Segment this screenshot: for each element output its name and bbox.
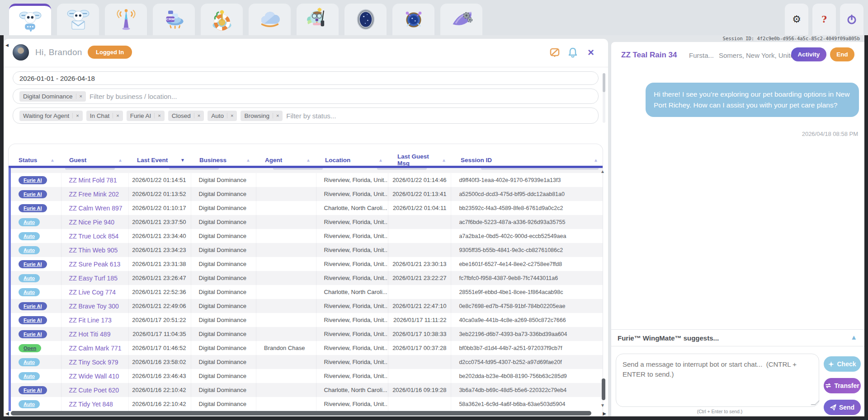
tab-bird-pilot[interactable]	[297, 4, 339, 35]
tab-wing-gears[interactable]	[440, 4, 482, 35]
table-row[interactable]: AutoZZ Easy Turf 1852026/01/21 23:26:47D…	[9, 271, 603, 285]
hscroll-left-arrow[interactable]: ◀	[5, 411, 9, 416]
chip-remove-icon[interactable]: ×	[273, 113, 279, 118]
activity-button[interactable]: Activity	[791, 47, 826, 61]
transfer-button[interactable]: Transfer	[824, 378, 861, 393]
tab-cloud[interactable]	[249, 4, 291, 35]
power-icon	[847, 14, 857, 24]
last-event: 2026/01/22 01:10:17	[129, 201, 191, 215]
hscroll-right-arrow[interactable]: ▶	[603, 411, 606, 416]
tab-island-lifebuoy[interactable]	[201, 4, 243, 35]
table-row-partial[interactable]	[9, 168, 603, 173]
business: Digital Dominance	[191, 383, 256, 397]
column-header-agent[interactable]: Agent▲	[255, 154, 315, 166]
business-filter-chip[interactable]: Digital Dominance×	[19, 91, 86, 102]
chip-remove-icon[interactable]: ×	[227, 113, 233, 118]
chip-remove-icon[interactable]: ×	[194, 113, 200, 118]
session-id: d9ff40f3-1eaa-402e-9170-67939e1a13f3	[451, 173, 603, 187]
suggests-expand-arrow[interactable]: ▲	[850, 333, 857, 341]
last-guest-msg: 2026/01/17 00:37:28	[388, 341, 451, 355]
end-button[interactable]: End	[830, 47, 854, 61]
table-row[interactable]: AutoZZ True Lock 8542026/01/21 23:34:40D…	[9, 229, 603, 243]
table-row[interactable]: AutoZZ Live Cog 7742026/01/21 22:52:36Di…	[9, 285, 603, 299]
table-row[interactable]: Furie AIZZ Fit Line 1732026/01/17 20:51:…	[9, 313, 603, 327]
sort-icon[interactable]: ▲	[246, 158, 250, 163]
tab-bot-chat[interactable]	[9, 4, 51, 35]
table-row[interactable]: Furie AIZZ Mint Fold 7812026/01/22 01:14…	[9, 173, 603, 187]
message-composer[interactable]	[616, 354, 819, 407]
last-event: 2026/01/21 23:37:50	[129, 215, 191, 229]
column-header-last-guest-msg[interactable]: Last Guest Msg▲	[387, 154, 451, 166]
tab-crm-station[interactable]: CRM	[153, 4, 195, 35]
chip-remove-icon[interactable]: ×	[72, 113, 79, 118]
column-header-guest[interactable]: Guest▲	[59, 154, 127, 166]
location: Riverview, Florida, Unit...	[316, 369, 388, 383]
help-button[interactable]: ?	[812, 4, 836, 35]
column-header-business[interactable]: Business▲	[189, 154, 255, 166]
column-header-session-id[interactable]: Session ID▲	[451, 154, 603, 166]
column-header-status[interactable]: Status▲	[9, 154, 59, 166]
sort-icon[interactable]: ▲	[118, 158, 123, 163]
table-row[interactable]: Furie AIZZ Calm Wren 8972026/01/22 01:10…	[9, 201, 603, 215]
table-row[interactable]: AutoZZ Wide Wall 4102026/01/16 23:46:43D…	[9, 369, 603, 383]
status-filter-chip[interactable]: Closed×	[168, 111, 204, 121]
status-badge: Auto	[19, 232, 40, 240]
business-filter-input[interactable]: Digital Dominance× Filter by business / …	[13, 89, 599, 104]
table-vertical-scrollbar[interactable]	[602, 378, 605, 400]
agent	[256, 187, 316, 201]
guest-name: ZZ Fit Line 173	[61, 313, 129, 327]
column-header-last-event[interactable]: Last Event▼	[127, 154, 189, 166]
sort-icon[interactable]: ▲	[306, 158, 311, 163]
tab-antenna-tower[interactable]	[105, 4, 147, 35]
session-id: 40ca0a9e-441b-4c8e-a269-850c872c7666	[451, 313, 603, 327]
filter-scrollbar[interactable]	[603, 73, 605, 123]
table-row[interactable]: Furie AIZZ Free Mink 2022026/01/22 01:13…	[9, 187, 603, 201]
screen-off-button[interactable]	[549, 47, 560, 58]
chip-remove-icon[interactable]: ×	[113, 113, 119, 118]
sort-icon[interactable]: ▼	[180, 158, 185, 163]
tab-bot-mail[interactable]	[57, 4, 99, 35]
table-row[interactable]: Furie AIZZ Sure Peak 6132026/01/21 23:31…	[9, 257, 603, 271]
send-button[interactable]: Send	[824, 400, 861, 415]
chip-remove-icon[interactable]: ×	[76, 93, 82, 99]
status-filter-chip[interactable]: Auto×	[208, 111, 237, 121]
tab-sphere-bot[interactable]	[392, 4, 434, 35]
table-row[interactable]: Furie AIZZ Brave Toy 3002026/01/21 22:49…	[9, 299, 603, 313]
table-scroll-up-arrow[interactable]: ▲	[600, 169, 605, 174]
table-row[interactable]: AutoZZ Thin Web 9052026/01/21 23:34:23Di…	[9, 243, 603, 257]
hscroll-thumb[interactable]	[11, 411, 591, 415]
session-id: fc7fbfc0-f958-4387-9eb8-7fc7443011a6	[451, 271, 603, 285]
sort-icon[interactable]: ▲	[50, 158, 55, 163]
status-filter-chip[interactable]: Browsing×	[241, 111, 283, 121]
location: Riverview, Florida, Unit...	[316, 243, 388, 257]
chip-remove-icon[interactable]: ×	[154, 113, 160, 118]
sort-icon[interactable]: ▲	[378, 158, 383, 163]
table-row[interactable]: Furie AIZZ Cute Poet 6202026/01/16 22:10…	[9, 383, 603, 397]
table-scroll-down-arrow[interactable]: ▼	[600, 403, 605, 408]
agent	[256, 229, 316, 243]
settings-button[interactable]: ⚙	[785, 4, 808, 35]
tab-portal-ring[interactable]	[344, 4, 387, 35]
status-filter-chip[interactable]: Furie AI×	[127, 111, 165, 121]
status-filter-chip[interactable]: Waiting for Agent×	[19, 111, 83, 121]
check-button[interactable]: Check	[824, 356, 861, 372]
notifications-button[interactable]	[567, 47, 578, 58]
session-id: be202dda-b23e-4b08-8190-756b63c285d9	[451, 369, 603, 383]
table-horizontal-scrollbar[interactable]: ◀ ▶	[4, 410, 608, 416]
table-row[interactable]: Furie AIZZ Hot Titi 4892026/01/17 11:04:…	[9, 327, 603, 341]
sort-icon[interactable]: ▲	[442, 158, 446, 163]
power-button[interactable]	[840, 4, 863, 35]
date-range-input[interactable]: 2026-01-01 - 2026-04-18	[13, 71, 599, 85]
crm-station-icon: CRM	[162, 8, 186, 31]
last-event: 2026/01/21 23:34:23	[129, 243, 191, 257]
close-icon[interactable]: ×	[585, 47, 596, 58]
sort-icon[interactable]: ▲	[594, 158, 598, 163]
table-row[interactable]: OpenZZ Calm Mark 7712026/01/17 01:46:52D…	[9, 341, 603, 355]
status-filter-input[interactable]: Waiting for Agent×In Chat×Furie AI×Close…	[13, 107, 599, 124]
last-guest-msg: 2026/01/22 01:14:46	[388, 173, 451, 187]
table-row[interactable]: AutoZZ Nice Pie 9402026/01/21 23:37:50Di…	[9, 215, 603, 229]
status-filter-chip[interactable]: In Chat×	[86, 111, 123, 121]
column-header-location[interactable]: Location▲	[315, 154, 387, 166]
table-row[interactable]: AutoZZ Tiny Sock 9792026/01/16 23:58:02D…	[9, 355, 603, 369]
table-row[interactable]: AutoZZ Tidy Yet 8482026/01/16 22:10:42Di…	[9, 397, 603, 411]
